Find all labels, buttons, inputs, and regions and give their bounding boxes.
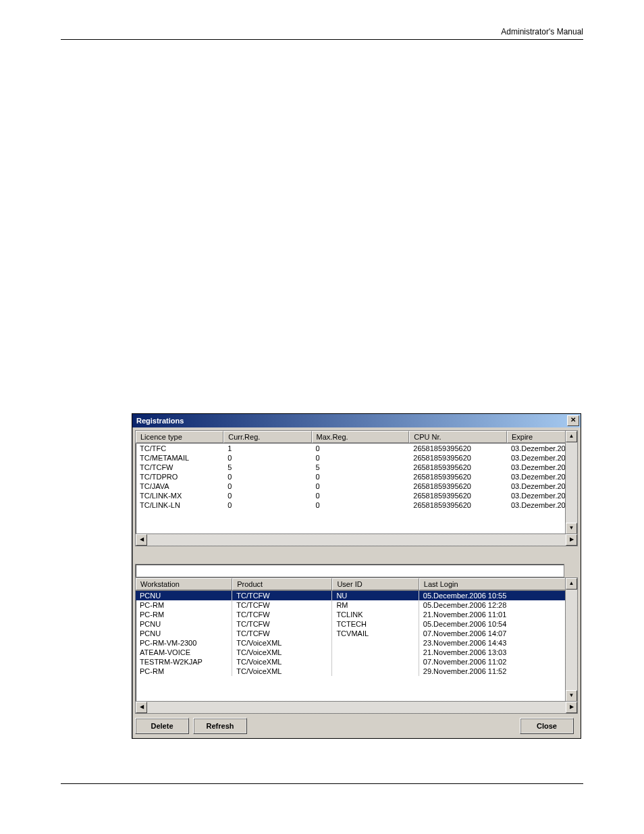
cell-workstation: PC-RM bbox=[136, 667, 232, 676]
cell-workstation: PCNU bbox=[136, 591, 232, 600]
col-expire[interactable]: Expire bbox=[507, 431, 566, 443]
cell-expire: 03.Dezember.20 bbox=[507, 500, 566, 510]
session-row[interactable]: TESTRM-W2KJAPTC/VoiceXML07.November.2006… bbox=[136, 657, 566, 667]
scroll-up-icon[interactable]: ▲ bbox=[566, 578, 577, 590]
licences-hscroll[interactable]: ◀ ▶ bbox=[136, 533, 577, 546]
session-row[interactable]: PCNUTC/TCFWNU05.December.2006 10:55 bbox=[136, 591, 566, 600]
cell-expire: 03.Dezember.20 bbox=[507, 491, 566, 500]
close-icon[interactable]: ✕ bbox=[567, 415, 579, 426]
cell-curr: 0 bbox=[223, 481, 311, 491]
cell-userid: TCTECH bbox=[332, 619, 419, 629]
cell-lastlogin: 29.November.2006 11:52 bbox=[419, 667, 566, 676]
cell-expire: 03.Dezember.20 bbox=[507, 453, 566, 463]
cell-product: TC/VoiceXML bbox=[232, 657, 332, 667]
cell-userid bbox=[332, 648, 419, 657]
delete-button[interactable]: Delete bbox=[135, 718, 189, 734]
filter-field[interactable] bbox=[135, 564, 564, 577]
cell-max: 0 bbox=[312, 500, 410, 510]
close-button[interactable]: Close bbox=[520, 718, 574, 734]
cell-max: 5 bbox=[312, 463, 410, 472]
licences-list: Licence type Curr.Reg. Max.Reg. CPU Nr. … bbox=[135, 430, 578, 546]
cell-lastlogin: 05.December.2006 10:54 bbox=[419, 619, 566, 629]
cell-expire: 03.Dezember.20 bbox=[507, 481, 566, 491]
cell-lastlogin: 05.December.2006 10:55 bbox=[419, 591, 566, 600]
licences-vscroll[interactable]: ▲ ▼ bbox=[565, 431, 577, 534]
cell-product: TC/TCFW bbox=[232, 600, 332, 610]
cell-lastlogin: 05.December.2006 12:28 bbox=[419, 600, 566, 610]
col-userid[interactable]: User ID bbox=[332, 578, 419, 590]
session-row[interactable]: ATEAM-VOICETC/VoiceXML21.November.2006 1… bbox=[136, 648, 566, 657]
cell-licence: TC/JAVA bbox=[136, 481, 223, 491]
refresh-button[interactable]: Refresh bbox=[193, 718, 247, 734]
button-row: Delete Refresh Close bbox=[135, 714, 578, 734]
cell-lastlogin: 21.November.2006 11:01 bbox=[419, 610, 566, 619]
cell-userid bbox=[332, 667, 419, 676]
cell-expire: 03.Dezember.20 bbox=[507, 444, 566, 453]
cell-product: TC/TCFW bbox=[232, 591, 332, 600]
cell-licence: TC/TFC bbox=[136, 444, 223, 453]
cell-product: TC/TCFW bbox=[232, 629, 332, 638]
cell-userid: TCLINK bbox=[332, 610, 419, 619]
cell-lastlogin: 07.November.2006 11:02 bbox=[419, 657, 566, 667]
cell-expire: 03.Dezember.20 bbox=[507, 463, 566, 472]
session-row[interactable]: PCNUTC/TCFWTCVMAIL07.November.2006 14:07 bbox=[136, 629, 566, 638]
cell-lastlogin: 07.November.2006 14:07 bbox=[419, 629, 566, 638]
scroll-right-icon[interactable]: ▶ bbox=[566, 702, 577, 713]
scroll-down-icon[interactable]: ▼ bbox=[566, 690, 577, 702]
licence-row[interactable]: TC/LINK-LN002658185939562003.Dezember.20 bbox=[136, 500, 566, 510]
scroll-down-icon[interactable]: ▼ bbox=[566, 523, 577, 534]
session-row[interactable]: PC-RM-VM-2300TC/VoiceXML23.November.2006… bbox=[136, 638, 566, 648]
cell-userid bbox=[332, 657, 419, 667]
session-row[interactable]: PC-RMTC/VoiceXML29.November.2006 11:52 bbox=[136, 667, 566, 676]
licence-row[interactable]: TC/JAVA002658185939562003.Dezember.20 bbox=[136, 481, 566, 491]
cell-workstation: PCNU bbox=[136, 629, 232, 638]
cell-licence: TC/LINK-LN bbox=[136, 500, 223, 510]
cell-cpu: 26581859395620 bbox=[409, 491, 507, 500]
cell-workstation: TESTRM-W2KJAP bbox=[136, 657, 232, 667]
col-product[interactable]: Product bbox=[232, 578, 332, 590]
cell-workstation: PCNU bbox=[136, 619, 232, 629]
cell-workstation: PC-RM bbox=[136, 600, 232, 610]
col-lastlogin[interactable]: Last Login bbox=[419, 578, 566, 590]
cell-lastlogin: 21.November.2006 13:03 bbox=[419, 648, 566, 657]
cell-workstation: ATEAM-VOICE bbox=[136, 648, 232, 657]
licence-row[interactable]: TC/METAMAIL002658185939562003.Dezember.2… bbox=[136, 453, 566, 463]
cell-workstation: PC-RM-VM-2300 bbox=[136, 638, 232, 648]
cell-max: 0 bbox=[312, 491, 410, 500]
session-row[interactable]: PCNUTC/TCFWTCTECH05.December.2006 10:54 bbox=[136, 619, 566, 629]
licence-row[interactable]: TC/TFC102658185939562003.Dezember.20 bbox=[136, 444, 566, 453]
titlebar[interactable]: Registrations ✕ bbox=[132, 414, 581, 427]
cell-max: 0 bbox=[312, 444, 410, 453]
cell-curr: 0 bbox=[223, 472, 311, 481]
licences-header: Licence type Curr.Reg. Max.Reg. CPU Nr. … bbox=[136, 431, 566, 444]
cell-max: 0 bbox=[312, 472, 410, 481]
col-max-reg[interactable]: Max.Reg. bbox=[312, 431, 410, 443]
col-curr-reg[interactable]: Curr.Reg. bbox=[223, 431, 311, 443]
cell-curr: 5 bbox=[223, 463, 311, 472]
col-workstation[interactable]: Workstation bbox=[136, 578, 232, 590]
col-licence-type[interactable]: Licence type bbox=[136, 431, 223, 443]
cell-product: TC/VoiceXML bbox=[232, 667, 332, 676]
scroll-up-icon[interactable]: ▲ bbox=[566, 431, 577, 442]
sessions-vscroll[interactable]: ▲ ▼ bbox=[565, 578, 577, 702]
licence-row[interactable]: TC/LINK-MX002658185939562003.Dezember.20 bbox=[136, 491, 566, 500]
cell-cpu: 26581859395620 bbox=[409, 463, 507, 472]
session-row[interactable]: PC-RMTC/TCFWTCLINK21.November.2006 11:01 bbox=[136, 610, 566, 619]
cell-cpu: 26581859395620 bbox=[409, 453, 507, 463]
scroll-left-icon[interactable]: ◀ bbox=[136, 702, 147, 713]
cell-curr: 0 bbox=[223, 491, 311, 500]
scroll-right-icon[interactable]: ▶ bbox=[566, 534, 577, 546]
registrations-window: Registrations ✕ Licence type Curr.Reg. M… bbox=[132, 413, 581, 739]
col-cpu-nr[interactable]: CPU Nr. bbox=[409, 431, 507, 443]
cell-product: TC/VoiceXML bbox=[232, 638, 332, 648]
licence-row[interactable]: TC/TDPRO002658185939562003.Dezember.20 bbox=[136, 472, 566, 481]
session-row[interactable]: PC-RMTC/TCFWRM05.December.2006 12:28 bbox=[136, 600, 566, 610]
cell-lastlogin: 23.November.2006 14:43 bbox=[419, 638, 566, 648]
licence-row[interactable]: TC/TCFW552658185939562003.Dezember.20 bbox=[136, 463, 566, 472]
sessions-header: Workstation Product User ID Last Login bbox=[136, 578, 566, 591]
sessions-hscroll[interactable]: ◀ ▶ bbox=[136, 701, 577, 713]
cell-userid: RM bbox=[332, 600, 419, 610]
page-footer bbox=[61, 783, 583, 787]
scroll-left-icon[interactable]: ◀ bbox=[136, 534, 147, 546]
sessions-list: Workstation Product User ID Last Login P… bbox=[135, 577, 578, 714]
